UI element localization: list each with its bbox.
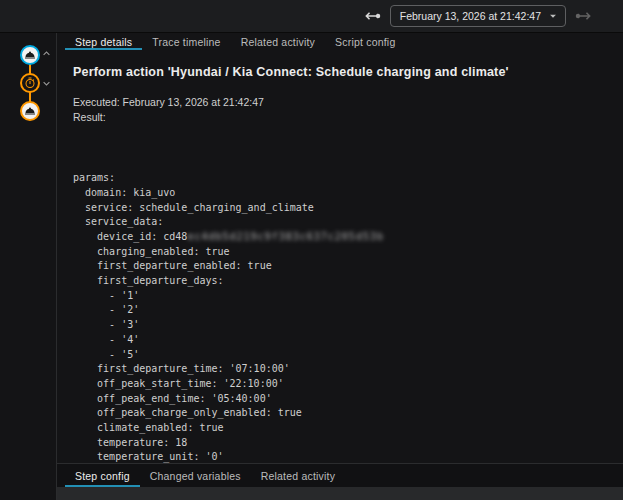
yaml-text: - '2': [73, 304, 139, 315]
yaml-line: off_peak_end_time: '05:40:00': [73, 392, 623, 407]
yaml-text: charging_enabled: true: [73, 246, 230, 257]
result-yaml: params: domain: kia_uvo service: schedul…: [73, 127, 623, 500]
yaml-text: temperature_unit: '0': [73, 451, 224, 462]
yaml-text: device_id: cd48: [73, 231, 187, 242]
chevron-down-icon: [546, 9, 560, 23]
next-node-button[interactable]: [39, 76, 53, 90]
step-details-content: Perform action 'Hyundai / Kia Connect: S…: [57, 63, 623, 500]
yaml-text: first_departure_days:: [73, 275, 224, 286]
service-bell-icon: [24, 105, 36, 117]
yaml-line: - '5': [73, 348, 623, 363]
timer-icon: [24, 77, 36, 89]
run-selector-dropdown[interactable]: February 13, 2026 at 21:42:47: [390, 5, 566, 27]
yaml-line: - '1': [73, 289, 623, 304]
yaml-text: climate_enabled: true: [73, 422, 224, 433]
graph-node-delay[interactable]: [20, 73, 40, 93]
yaml-line: - '2': [73, 303, 623, 318]
yaml-text: service: schedule_charging_and_climate: [73, 202, 314, 213]
yaml-text: temperature: 18: [73, 437, 187, 448]
top-tab[interactable]: Script config: [325, 33, 405, 50]
yaml-line: temperature: 18: [73, 436, 623, 451]
yaml-text: first_departure_enabled: true: [73, 260, 272, 271]
yaml-line: first_departure_enabled: true: [73, 259, 623, 274]
trace-topbar: February 13, 2026 at 21:42:47: [0, 0, 623, 33]
trace-body: Step detailsTrace timelineRelated activi…: [0, 33, 623, 500]
yaml-line: climate_enabled: true: [73, 421, 623, 436]
bottom-tab[interactable]: Step config: [65, 464, 140, 487]
top-tab[interactable]: Related activity: [231, 33, 325, 50]
yaml-line: first_departure_time: '07:10:00': [73, 362, 623, 377]
yaml-line: - '3': [73, 318, 623, 333]
yaml-line: off_peak_charge_only_enabled: true: [73, 406, 623, 421]
previous-run-button[interactable]: [362, 6, 382, 26]
graph-node-action[interactable]: [20, 101, 40, 121]
yaml-text: first_departure_time: '07:10:00': [73, 363, 290, 374]
ray-start-arrow-icon: [575, 7, 593, 25]
yaml-text: off_peak_start_time: '22:10:00': [73, 378, 284, 389]
yaml-text: - '1': [73, 290, 139, 301]
yaml-text: domain: kia_uvo: [73, 187, 175, 198]
bottom-tab[interactable]: Changed variables: [140, 464, 251, 487]
bottom-tab-bar: Step configChanged variablesRelated acti…: [57, 464, 623, 487]
yaml-line: device_id: cd48ec4db5d219c9f383c637c205d…: [73, 230, 623, 245]
yaml-line: domain: kia_uvo: [73, 186, 623, 201]
step-title: Perform action 'Hyundai / Kia Connect: S…: [73, 63, 623, 81]
result-label: Result:: [73, 110, 623, 125]
previous-node-button[interactable]: [39, 46, 53, 60]
bottom-section: Step configChanged variablesRelated acti…: [57, 463, 623, 500]
yaml-line: service_data:: [73, 215, 623, 230]
yaml-line: params:: [73, 171, 623, 186]
yaml-text: off_peak_charge_only_enabled: true: [73, 407, 302, 418]
ray-end-arrow-icon: [363, 7, 381, 25]
bottom-panel: [57, 487, 623, 500]
yaml-text: - '5': [73, 349, 139, 360]
chevron-down-icon: [40, 77, 53, 90]
yaml-text: off_peak_end_time: '05:40:00': [73, 393, 272, 404]
yaml-line: off_peak_start_time: '22:10:00': [73, 377, 623, 392]
yaml-line: first_departure_days:: [73, 274, 623, 289]
yaml-line: charging_enabled: true: [73, 245, 623, 260]
top-tab[interactable]: Step details: [65, 33, 142, 50]
yaml-line: service: schedule_charging_and_climate: [73, 201, 623, 216]
yaml-text: - '4': [73, 334, 139, 345]
yaml-text: service_data:: [73, 216, 163, 227]
next-run-button[interactable]: [574, 6, 594, 26]
chevron-up-icon: [40, 47, 53, 60]
yaml-line: - '4': [73, 333, 623, 348]
step-details-panel: Step detailsTrace timelineRelated activi…: [57, 33, 623, 500]
yaml-text: params:: [73, 172, 115, 183]
trace-dialog: February 13, 2026 at 21:42:47: [0, 0, 623, 500]
service-bell-icon: [24, 49, 36, 61]
redacted-device-id: ec4db5d219c9f383c637c205d53b: [187, 231, 384, 242]
yaml-text: - '3': [73, 319, 139, 330]
executed-timestamp: Executed: February 13, 2026 at 21:42:47: [73, 95, 623, 110]
top-tab-bar: Step detailsTrace timelineRelated activi…: [57, 33, 623, 50]
graph-node-action-selected[interactable]: [20, 45, 40, 65]
trace-graph-sidebar: [0, 33, 57, 500]
run-selector-value: February 13, 2026 at 21:42:47: [400, 10, 541, 22]
top-tab[interactable]: Trace timeline: [142, 33, 230, 50]
bottom-tab[interactable]: Related activity: [251, 464, 345, 487]
